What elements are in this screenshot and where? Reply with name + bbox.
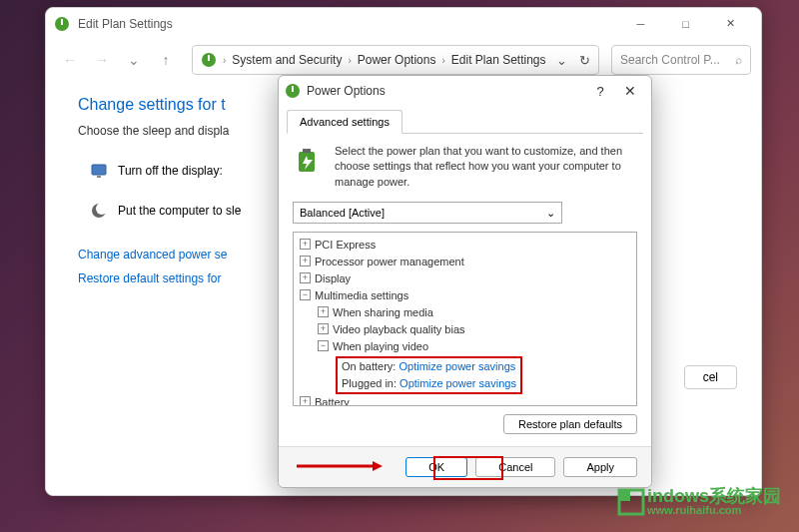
breadcrumb-edit-plan[interactable]: Edit Plan Settings — [451, 53, 546, 67]
search-icon: ⌕ — [735, 53, 742, 67]
display-icon — [90, 162, 108, 180]
tab-advanced-settings[interactable]: Advanced settings — [287, 110, 402, 134]
svg-rect-5 — [97, 176, 101, 178]
power-icon — [201, 52, 217, 68]
chevron-down-icon: ⌄ — [546, 207, 555, 220]
tree-pci-express[interactable]: +PCI Express — [300, 237, 630, 254]
svg-rect-9 — [292, 86, 294, 92]
dialog-close-button[interactable]: ✕ — [615, 83, 645, 99]
up-button[interactable]: ↑ — [152, 46, 180, 74]
back-button[interactable]: ← — [56, 46, 84, 74]
expand-icon[interactable]: + — [300, 272, 311, 283]
dialog-intro: Select the power plan that you want to c… — [293, 144, 637, 190]
dialog-body: Select the power plan that you want to c… — [279, 134, 651, 444]
search-input[interactable]: Search Control P... ⌕ — [611, 45, 751, 75]
plugged-in-value[interactable]: Optimize power savings — [400, 377, 516, 389]
breadcrumb-power-options[interactable]: Power Options — [358, 53, 436, 67]
power-icon — [285, 83, 301, 99]
power-plan-icon — [54, 16, 70, 32]
tree-playback-quality[interactable]: +Video playback quality bias — [318, 321, 630, 338]
dialog-footer: OK Cancel Apply — [279, 446, 651, 487]
close-button[interactable]: ✕ — [708, 9, 753, 39]
navigation-bar: ← → ⌄ ↑ › System and Security › Power Op… — [46, 40, 761, 80]
dialog-intro-text: Select the power plan that you want to c… — [335, 144, 637, 190]
turn-off-display-label: Turn off the display: — [118, 164, 223, 178]
dropdown-icon[interactable]: ⌄ — [556, 53, 567, 68]
tree-playing-video[interactable]: −When playing video — [318, 338, 630, 355]
sleep-label: Put the computer to sle — [118, 204, 241, 218]
minimize-button[interactable]: ─ — [618, 9, 663, 39]
svg-rect-11 — [303, 149, 311, 153]
expand-icon[interactable]: + — [318, 323, 329, 334]
power-plan-select[interactable]: Balanced [Active] ⌄ — [293, 202, 562, 224]
expand-icon[interactable]: + — [318, 306, 329, 317]
power-options-dialog: Power Options ? ✕ Advanced settings Sele… — [278, 75, 652, 488]
plan-select-value: Balanced [Active] — [300, 207, 385, 219]
chevron-right-icon: › — [223, 55, 226, 66]
red-arrow-annotation — [297, 459, 383, 473]
tree-sharing-media[interactable]: +When sharing media — [318, 304, 630, 321]
tree-multimedia[interactable]: −Multimedia settings — [300, 287, 630, 304]
watermark-text: indows系统家园 — [647, 487, 781, 505]
chevron-right-icon: › — [348, 55, 351, 66]
restore-row: Restore plan defaults — [293, 414, 637, 434]
recent-dropdown[interactable]: ⌄ — [120, 46, 148, 74]
watermark-url: www.ruihaifu.com — [647, 505, 781, 516]
dialog-titlebar: Power Options ? ✕ — [279, 76, 651, 106]
breadcrumb-system-security[interactable]: System and Security — [232, 53, 342, 67]
on-battery-row[interactable]: On battery: Optimize power savings — [342, 358, 516, 375]
expand-icon[interactable]: + — [300, 396, 311, 407]
svg-rect-15 — [619, 490, 630, 501]
tree-display[interactable]: +Display — [300, 270, 630, 287]
collapse-icon[interactable]: − — [318, 340, 329, 351]
help-button[interactable]: ? — [585, 84, 615, 99]
expand-icon[interactable]: + — [300, 239, 311, 250]
main-titlebar: Edit Plan Settings ─ □ ✕ — [46, 8, 761, 40]
dialog-title: Power Options — [307, 84, 585, 98]
windows-logo-icon — [617, 488, 645, 516]
on-battery-value[interactable]: Optimize power savings — [399, 360, 515, 372]
main-window-title: Edit Plan Settings — [78, 17, 618, 31]
svg-rect-1 — [61, 19, 63, 25]
svg-rect-4 — [92, 165, 106, 175]
ok-button[interactable]: OK — [405, 457, 467, 477]
tree-processor-power[interactable]: +Processor power management — [300, 254, 630, 270]
collapse-icon[interactable]: − — [300, 289, 311, 300]
apply-button[interactable]: Apply — [563, 457, 637, 477]
search-placeholder: Search Control P... — [620, 53, 720, 67]
svg-marker-13 — [373, 461, 383, 471]
battery-power-icon — [293, 144, 325, 176]
svg-rect-3 — [208, 55, 210, 61]
address-bar[interactable]: › System and Security › Power Options › … — [192, 45, 599, 75]
restore-defaults-button[interactable]: Restore plan defaults — [503, 414, 637, 434]
svg-point-7 — [96, 203, 108, 215]
settings-tree[interactable]: +PCI Express +Processor power management… — [293, 232, 637, 406]
main-cancel-button[interactable]: cel — [684, 365, 737, 389]
chevron-right-icon: › — [441, 55, 444, 66]
window-controls: ─ □ ✕ — [618, 9, 753, 39]
main-button-row: cel — [684, 365, 737, 389]
video-settings-highlight: On battery: Optimize power savings Plugg… — [336, 356, 630, 394]
plugged-in-row[interactable]: Plugged in: Optimize power savings — [342, 375, 516, 392]
moon-icon — [90, 202, 108, 220]
maximize-button[interactable]: □ — [663, 9, 708, 39]
watermark: indows系统家园 www.ruihaifu.com — [617, 487, 781, 516]
cancel-button[interactable]: Cancel — [475, 457, 555, 477]
dialog-tabs: Advanced settings — [287, 110, 643, 134]
tree-battery[interactable]: +Battery — [300, 394, 630, 407]
forward-button[interactable]: → — [88, 46, 116, 74]
expand-icon[interactable]: + — [300, 256, 311, 266]
refresh-icon[interactable]: ↻ — [579, 53, 590, 68]
